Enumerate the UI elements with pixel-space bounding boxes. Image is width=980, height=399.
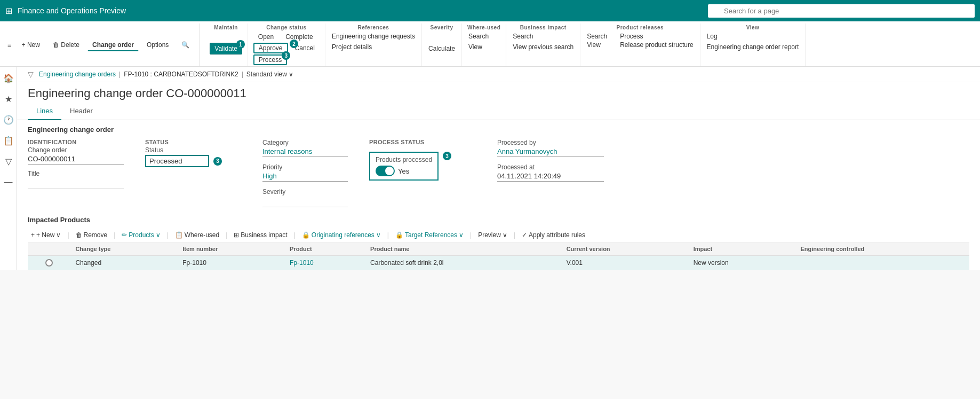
- filter-icon[interactable]: ▽: [3, 154, 14, 169]
- validate-button[interactable]: Validate 1: [210, 43, 242, 54]
- productreleases-view-btn[interactable]: View: [586, 41, 608, 49]
- title-group: Title: [28, 170, 124, 189]
- originating-refs-button[interactable]: 🔒 Originating references ∨: [299, 230, 384, 240]
- change-order-label: Change order: [28, 146, 124, 154]
- products-processed-toggle[interactable]: [376, 166, 395, 176]
- favorites-icon[interactable]: ★: [3, 92, 14, 106]
- complete-button[interactable]: Complete: [281, 32, 317, 42]
- home-icon[interactable]: 🏠: [1, 71, 16, 85]
- severity-group: Severity: [262, 188, 348, 207]
- main-layout: 🏠 ★ 🕐 📋 ▽ — ▽ Engineering change orders …: [0, 67, 980, 270]
- whereused-search-btn[interactable]: Search: [467, 32, 490, 41]
- products-processed-label: Products processed: [376, 156, 432, 163]
- plus-icon: +: [31, 231, 35, 239]
- remove-button[interactable]: 🗑 Remove: [73, 230, 111, 240]
- open-button[interactable]: Open: [253, 32, 278, 42]
- where-used-toolbar-button[interactable]: 📋 Where-used: [172, 230, 222, 240]
- breadcrumb-record: FP-1010 : CARBONATEDSOFTDRINK2: [124, 71, 238, 78]
- eco-report-btn[interactable]: Engineering change order report: [706, 43, 800, 51]
- changestatus-label: Change status: [253, 25, 320, 30]
- references-label: References: [331, 25, 416, 30]
- target-refs-button[interactable]: 🔒 Target References ∨: [392, 230, 467, 240]
- category-label: Category: [262, 139, 348, 146]
- businessimpact-view-btn[interactable]: View previous search: [512, 43, 575, 51]
- search-input[interactable]: [708, 4, 975, 18]
- calculate-btn[interactable]: Calculate: [427, 44, 456, 53]
- hamburger-menu[interactable]: ≡: [5, 40, 14, 50]
- page-title: Engineering change order CO-000000011: [28, 87, 969, 100]
- options-button[interactable]: Options: [142, 39, 173, 51]
- breadcrumb-sep2: |: [242, 71, 243, 78]
- tabs: Lines Header: [17, 103, 980, 120]
- breadcrumb-sep1: |: [119, 71, 121, 78]
- toolbar-sep7: |: [470, 231, 472, 239]
- eng-change-requests-btn[interactable]: Engineering change requests: [331, 32, 416, 41]
- productreleases-process-btn[interactable]: Process: [619, 32, 694, 41]
- table-row[interactable]: Changed Fp-1010 Fp-1010 Carbonated soft …: [28, 256, 969, 270]
- toolbar-sep1: |: [67, 231, 69, 239]
- processed-by-label: Processed by: [497, 139, 604, 146]
- ribbon: ≡ + New 🗑 Delete Change order Options 🔍 …: [0, 21, 980, 67]
- business-impact-toolbar-button[interactable]: ⊞ Business impact: [230, 230, 290, 240]
- breadcrumb-filter-icon[interactable]: ▽: [28, 70, 34, 79]
- tab-lines[interactable]: Lines: [28, 103, 61, 120]
- standard-view-dropdown[interactable]: Standard view: [246, 71, 293, 78]
- status-value-row: Processed 3: [145, 155, 241, 167]
- title-label: Title: [28, 170, 124, 177]
- products-button[interactable]: ✏ Products ∨: [118, 230, 163, 240]
- preview-chevron-icon: ∨: [503, 231, 507, 239]
- businessimpact-search-btn[interactable]: Search: [512, 32, 534, 41]
- preview-button[interactable]: Preview ∨: [475, 230, 511, 240]
- ribbon-group-maintain: Maintain Validate 1: [204, 24, 248, 66]
- breadcrumb-link-eco[interactable]: Engineering change orders: [39, 71, 116, 78]
- recent-icon[interactable]: 🕐: [1, 113, 16, 127]
- maintain-label: Maintain: [210, 25, 242, 30]
- processed-by-value[interactable]: Anna Yurmanovych: [497, 147, 604, 157]
- apply-rules-button[interactable]: ✓ Apply attribute rules: [519, 230, 588, 240]
- check-icon: ✓: [522, 231, 527, 239]
- step2-badge: 2: [290, 40, 298, 48]
- product-link[interactable]: Fp-1010: [290, 259, 314, 267]
- tab-header[interactable]: Header: [61, 103, 101, 120]
- ribbon-search-button[interactable]: 🔍: [177, 39, 194, 51]
- product-cell[interactable]: Fp-1010: [284, 256, 365, 270]
- ribbon-group-references: References Engineering change requests P…: [325, 24, 422, 66]
- whereused-view-btn[interactable]: View: [467, 43, 483, 51]
- impacted-products-table: Change type Item number Product Product …: [28, 242, 969, 270]
- change-order-tab[interactable]: Change order: [87, 39, 139, 51]
- process-status-row: Products processed Yes 3: [369, 152, 476, 181]
- ribbon-group-whereused: Where-used Search View: [462, 24, 506, 66]
- modules-icon[interactable]: 📋: [1, 134, 16, 148]
- table-header: Change type Item number Product Product …: [28, 242, 969, 256]
- log-btn[interactable]: Log: [706, 32, 719, 41]
- lock-icon2: 🔒: [395, 231, 403, 239]
- col-item-number: Item number: [177, 242, 284, 256]
- title-value[interactable]: [28, 178, 124, 189]
- grid-icon[interactable]: ⊞: [5, 6, 12, 16]
- step3-status-badge: 3: [213, 157, 222, 166]
- productreleases-label: Product releases: [586, 25, 694, 30]
- productreleases-release-btn[interactable]: Release product structure: [619, 41, 694, 49]
- new-row-button[interactable]: + + New ∨: [28, 230, 64, 240]
- status-col: STATUS Status Processed 3: [145, 139, 241, 207]
- identification-col: IDENTIFICATION Change order CO-000000011…: [28, 139, 124, 207]
- category-group: Category Internal reasons: [262, 139, 348, 157]
- project-details-btn[interactable]: Project details: [331, 43, 373, 51]
- radio-cell[interactable]: [28, 256, 70, 270]
- search-wrap: 🔍: [708, 4, 975, 18]
- category-value[interactable]: Internal reasons: [262, 147, 348, 157]
- toolbar-sep4: |: [226, 231, 227, 239]
- priority-value[interactable]: High: [262, 172, 348, 182]
- status-sub-label: Status: [145, 146, 241, 154]
- severity-label: Severity: [262, 188, 348, 195]
- new-button[interactable]: + New: [17, 39, 45, 51]
- productreleases-search-btn[interactable]: Search: [586, 32, 608, 41]
- form-grid: IDENTIFICATION Change order CO-000000011…: [28, 139, 969, 207]
- row-radio[interactable]: [45, 259, 53, 267]
- status-group: STATUS Status Processed 3: [145, 139, 241, 167]
- status-value[interactable]: Processed: [145, 155, 209, 167]
- lock-icon: 🔒: [302, 231, 310, 239]
- delete-button[interactable]: 🗑 Delete: [48, 39, 84, 51]
- impacted-toolbar: + + New ∨ | 🗑 Remove | ✏ Products ∨ | 📋: [28, 228, 969, 242]
- menu-icon[interactable]: —: [2, 175, 15, 189]
